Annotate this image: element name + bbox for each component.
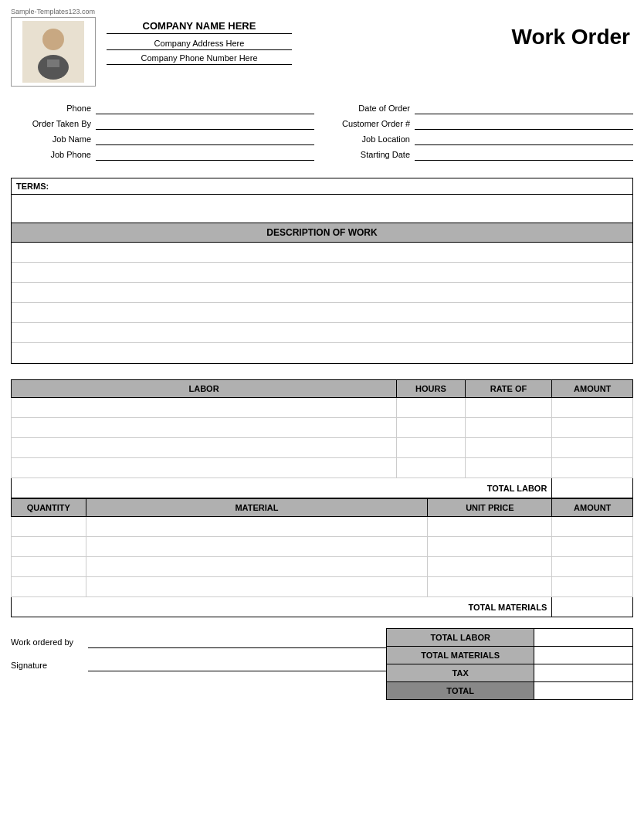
company-address: Company Address Here <box>107 39 292 50</box>
description-section: DESCRIPTION OF WORK <box>11 223 633 364</box>
work-ordered-input[interactable] <box>88 636 386 648</box>
mat-row4-unit-price[interactable] <box>428 577 552 597</box>
summary-table-wrap: TOTAL LABOR TOTAL MATERIALS TAX TOTAL <box>386 628 633 700</box>
header-section: COMPANY NAME HERE Company Address Here C… <box>11 17 633 87</box>
customer-order-row: Customer Order # <box>330 117 633 130</box>
phone-label: Phone <box>11 104 96 113</box>
desc-row-6[interactable] <box>12 343 632 363</box>
total-labor-label: TOTAL LABOR <box>12 478 552 498</box>
order-taken-label: Order Taken By <box>11 119 96 128</box>
total-materials-value[interactable] <box>552 597 633 617</box>
mat-row3-qty[interactable] <box>12 557 86 577</box>
summary-total-labor-value[interactable] <box>534 629 633 647</box>
mat-row4-qty[interactable] <box>12 577 86 597</box>
job-location-label: Job Location <box>330 134 415 144</box>
order-taken-input[interactable] <box>96 117 314 130</box>
company-info: COMPANY NAME HERE Company Address Here C… <box>107 17 292 68</box>
signature-area: Work ordered by Signature <box>11 628 386 682</box>
desc-row-4[interactable] <box>12 303 632 323</box>
rate-col-header: RATE OF <box>465 380 552 398</box>
labor-row4-labor[interactable] <box>12 458 397 478</box>
desc-row-1[interactable] <box>12 243 632 263</box>
material-row-3 <box>12 557 633 577</box>
logo-box <box>11 17 96 87</box>
material-row-1 <box>12 517 633 537</box>
summary-total-labor-label: TOTAL LABOR <box>387 629 534 647</box>
watermark: Sample-Templates123.com <box>11 8 633 15</box>
total-labor-row: TOTAL LABOR <box>12 478 633 498</box>
job-phone-row: Job Phone <box>11 148 314 161</box>
mat-row3-unit-price[interactable] <box>428 557 552 577</box>
summary-total-materials-label: TOTAL MATERIALS <box>387 647 534 664</box>
labor-row4-rate[interactable] <box>465 458 552 478</box>
svg-point-1 <box>42 29 64 50</box>
total-labor-value[interactable] <box>552 478 633 498</box>
labor-row-3 <box>12 438 633 458</box>
customer-order-input[interactable] <box>415 117 633 130</box>
job-phone-input[interactable] <box>96 148 314 161</box>
labor-row3-rate[interactable] <box>465 438 552 458</box>
labor-col-header: LABOR <box>12 380 397 398</box>
mat-row1-material[interactable] <box>86 517 428 537</box>
labor-row-1 <box>12 398 633 418</box>
labor-row2-hours[interactable] <box>397 418 466 438</box>
labor-row1-amount[interactable] <box>552 398 633 418</box>
job-name-row: Job Name <box>11 133 314 145</box>
summary-total-materials-value[interactable] <box>534 647 633 664</box>
mat-row3-amount[interactable] <box>552 557 633 577</box>
summary-tax-label: TAX <box>387 664 534 682</box>
summary-tax-row: TAX <box>387 664 633 682</box>
labor-row2-rate[interactable] <box>465 418 552 438</box>
mat-row3-material[interactable] <box>86 557 428 577</box>
mat-row2-qty[interactable] <box>12 537 86 557</box>
date-order-label: Date of Order <box>330 104 415 113</box>
unit-price-col-header: UNIT PRICE <box>428 499 552 517</box>
summary-total-value[interactable] <box>534 682 633 700</box>
terms-header: TERMS: <box>12 178 632 195</box>
customer-order-label: Customer Order # <box>330 119 415 128</box>
summary-total-labor-row: TOTAL LABOR <box>387 629 633 647</box>
desc-row-3[interactable] <box>12 283 632 303</box>
amount-col-header: AMOUNT <box>552 380 633 398</box>
terms-body[interactable] <box>12 195 632 223</box>
job-location-input[interactable] <box>415 133 633 145</box>
labor-row1-labor[interactable] <box>12 398 397 418</box>
job-phone-label: Job Phone <box>11 150 96 159</box>
material-row-4 <box>12 577 633 597</box>
labor-row1-rate[interactable] <box>465 398 552 418</box>
starting-date-input[interactable] <box>415 148 633 161</box>
date-order-input[interactable] <box>415 102 633 114</box>
labor-row2-labor[interactable] <box>12 418 397 438</box>
summary-total-materials-row: TOTAL MATERIALS <box>387 647 633 664</box>
desc-row-2[interactable] <box>12 263 632 283</box>
labor-row1-hours[interactable] <box>397 398 466 418</box>
terms-section: TERMS: <box>11 178 633 223</box>
summary-section: Work ordered by Signature TOTAL LABOR TO… <box>11 628 633 700</box>
labor-row4-hours[interactable] <box>397 458 466 478</box>
phone-input[interactable] <box>96 102 314 114</box>
summary-tax-value[interactable] <box>534 664 633 682</box>
material-row-2 <box>12 537 633 557</box>
mat-row1-unit-price[interactable] <box>428 517 552 537</box>
signature-label: Signature <box>11 661 88 670</box>
mat-row1-qty[interactable] <box>12 517 86 537</box>
labor-row2-amount[interactable] <box>552 418 633 438</box>
labor-row3-hours[interactable] <box>397 438 466 458</box>
mat-row2-amount[interactable] <box>552 537 633 557</box>
mat-row2-material[interactable] <box>86 537 428 557</box>
signature-input[interactable] <box>88 659 386 671</box>
mat-row4-amount[interactable] <box>552 577 633 597</box>
desc-row-5[interactable] <box>12 323 632 343</box>
labor-row3-amount[interactable] <box>552 438 633 458</box>
mat-row1-amount[interactable] <box>552 517 633 537</box>
summary-total-row: TOTAL <box>387 682 633 700</box>
description-header: DESCRIPTION OF WORK <box>12 223 632 243</box>
form-section: Phone Order Taken By Job Name Job Phone … <box>11 102 633 164</box>
signature-row: Signature <box>11 659 386 671</box>
starting-date-label: Starting Date <box>330 150 415 159</box>
labor-row4-amount[interactable] <box>552 458 633 478</box>
job-name-input[interactable] <box>96 133 314 145</box>
mat-row2-unit-price[interactable] <box>428 537 552 557</box>
mat-row4-material[interactable] <box>86 577 428 597</box>
labor-row3-labor[interactable] <box>12 438 397 458</box>
